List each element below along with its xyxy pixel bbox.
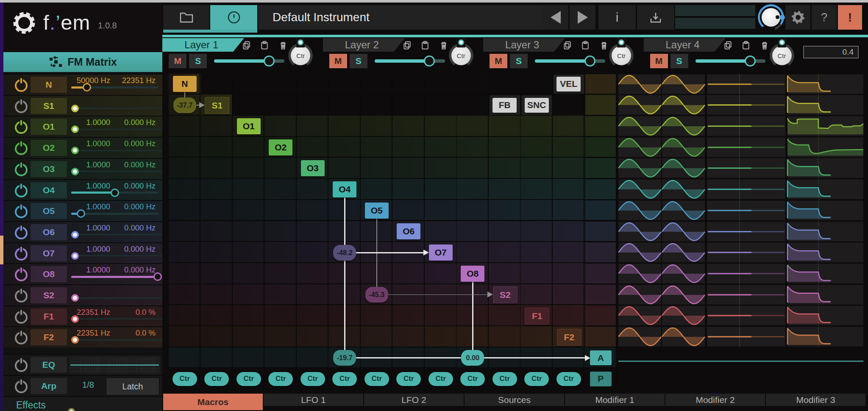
bottom-tab-macros[interactable]: Macros [163,394,263,410]
op-track-O7[interactable] [76,255,162,256]
op-slider-thumb-O4[interactable] [111,189,119,197]
op-value2-O7[interactable]: 0.000 Hz [114,244,156,254]
op-value2-O2[interactable]: 0.000 Hz [114,139,156,148]
op-knob-dot-O7[interactable] [71,252,79,260]
mute-button[interactable]: M [329,54,347,68]
bottom-tab-lfo-1[interactable]: LFO 1 [264,394,363,406]
preset-history-button[interactable] [210,5,257,30]
effects-knob-dot[interactable] [68,408,75,411]
op-knob-dot-F1[interactable] [71,315,79,323]
power-button-O2[interactable] [15,142,28,155]
op-value2-O4[interactable]: 0.000 Hz [114,181,156,191]
power-button-N[interactable] [15,79,28,92]
op-value2-F1[interactable]: 0.0 % [114,308,156,317]
mod-badge-O4-O7[interactable]: -48.2 [333,245,356,261]
fm-matrix-header[interactable]: FM Matrix [3,52,162,72]
matrix-op-O1[interactable]: O1 [237,118,261,134]
op-value1-F1[interactable]: 22351 Hz [53,308,110,317]
layer-volume-slider-thumb[interactable] [584,56,595,67]
bottom-tab-sources[interactable]: Sources [465,394,564,406]
power-button-O7[interactable] [15,248,28,261]
op-knob-dot-O2[interactable] [71,147,79,154]
matrix-ctr-O6[interactable]: Ctr [396,372,421,386]
solo-button[interactable]: S [670,54,688,68]
mod-badge-O4-OUT[interactable]: -19.7 [333,350,356,366]
mute-button[interactable]: M [490,54,507,68]
op-value2-O1[interactable]: 0.000 Hz [114,118,156,127]
solo-button[interactable]: S [510,54,528,68]
matrix-op-O6[interactable]: O6 [397,223,420,239]
matrix-op-F2[interactable]: F2 [557,329,581,346]
layer-trash-button[interactable] [760,41,769,50]
layer-copy-button[interactable] [242,41,251,50]
matrix-out-A[interactable]: A [590,350,612,365]
preset-prev-button[interactable] [542,5,568,30]
matrix-ctr-N[interactable]: Ctr [172,372,197,386]
op-value2-O6[interactable]: 0.000 Hz [114,223,156,233]
layer-param-value[interactable]: 0.4 [803,46,859,58]
power-button-S2[interactable] [15,290,28,303]
matrix-op-S2[interactable]: S2 [493,286,517,303]
matrix-row-F2[interactable] [169,326,617,347]
mod-badge-O5-S2[interactable]: -45.3 [365,287,388,303]
op-track-F1[interactable] [76,318,162,319]
layer-volume-slider-thumb[interactable] [264,56,275,67]
power-button-S1[interactable] [15,100,28,113]
op-track-O3[interactable] [76,171,162,172]
op-value2-N[interactable]: 22351 Hz [114,76,156,85]
arp-rate-value[interactable]: 1/8 [73,380,103,390]
matrix-ctr-O5[interactable]: Ctr [364,372,389,386]
layer-ctr-knob[interactable]: Ctr [772,46,792,65]
op-track-S2[interactable] [76,297,162,299]
matrix-row-O6[interactable] [169,221,617,242]
op-value1-O1[interactable]: 1.0000 [53,118,110,127]
matrix-row-O2[interactable] [169,137,617,158]
layer-copy-button[interactable] [563,41,572,50]
power-button-EQ[interactable] [15,359,28,372]
op-knob-dot-F2[interactable] [71,336,79,344]
settings-button[interactable] [785,5,810,30]
matrix-snc[interactable]: SNC [525,98,549,113]
layer-volume-slider-thumb[interactable] [745,56,756,67]
layer-trash-button[interactable] [278,41,288,50]
power-button-O8[interactable] [15,269,28,281]
layer-paste-button[interactable] [420,41,430,50]
preset-folder-button[interactable] [163,5,209,30]
layer-trash-button[interactable] [599,41,609,50]
op-value1-O7[interactable]: 1.0000 [53,244,110,254]
op-track-O2[interactable] [76,150,162,151]
matrix-row-O5[interactable] [169,200,617,221]
op-slider-thumb-N[interactable] [83,83,91,92]
op-value2-F2[interactable]: 0.0 % [114,328,156,338]
solo-button[interactable]: S [350,54,367,68]
op-value1-O4[interactable]: 1.0000 [53,181,110,191]
op-track-F2[interactable] [76,339,162,341]
power-button-O5[interactable] [15,206,28,218]
help-button[interactable]: ? [812,5,837,30]
matrix-vel[interactable]: VEL [556,77,581,92]
matrix-op-O5[interactable]: O5 [365,203,389,219]
alert-button[interactable]: ! [838,5,862,30]
matrix-row-N[interactable] [169,74,617,95]
matrix-ctr-F2[interactable]: Ctr [556,372,581,386]
op-label-S2[interactable]: S2 [31,287,67,303]
op-knob-dot-S1[interactable] [71,105,79,112]
power-button-O4[interactable] [15,185,28,197]
layer-copy-button[interactable] [723,41,733,50]
op-value1-O2[interactable]: 1.0000 [53,139,110,148]
op-value1-O6[interactable]: 1.0000 [53,223,110,233]
bottom-tab-lfo-2[interactable]: LFO 2 [364,394,464,406]
layer-paste-button[interactable] [741,41,751,50]
power-button-F1[interactable] [15,311,28,324]
bottom-tab-modifier-1[interactable]: Modifier 1 [565,394,665,406]
power-button-O1[interactable] [15,121,28,134]
eq-label[interactable]: EQ [31,357,67,373]
arp-label[interactable]: Arp [31,378,67,394]
op-value2-O3[interactable]: 0.000 Hz [114,160,156,169]
bottom-tab-modifier-2[interactable]: Modifier 2 [665,394,765,406]
op-knob-dot-O3[interactable] [71,168,79,175]
bottom-tab-modifier-3[interactable]: Modifier 3 [766,394,865,406]
matrix-ctr-O2[interactable]: Ctr [268,372,293,386]
matrix-ctr-F1[interactable]: Ctr [524,372,549,386]
mod-badge-N-S1[interactable]: -37.7 [173,97,196,113]
